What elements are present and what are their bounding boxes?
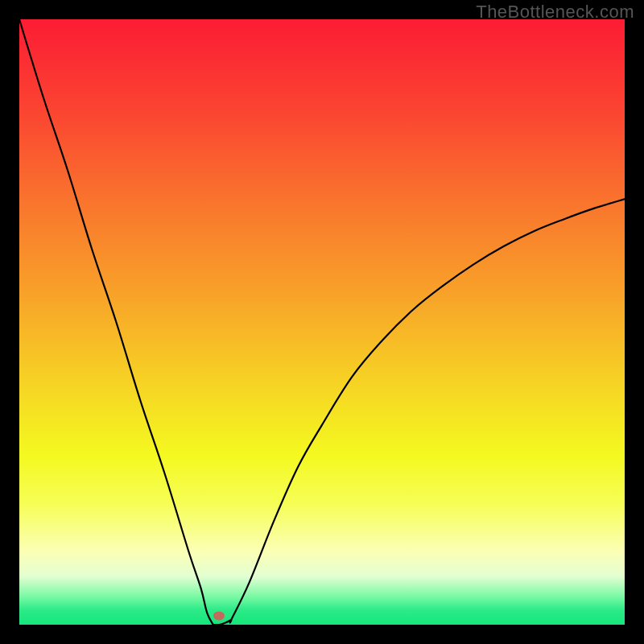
bottleneck-curve <box>19 19 625 625</box>
watermark-text: TheBottleneck.com <box>476 2 634 23</box>
minimum-marker <box>213 611 225 620</box>
chart-frame: TheBottleneck.com <box>0 0 644 644</box>
plot-area <box>19 19 625 625</box>
